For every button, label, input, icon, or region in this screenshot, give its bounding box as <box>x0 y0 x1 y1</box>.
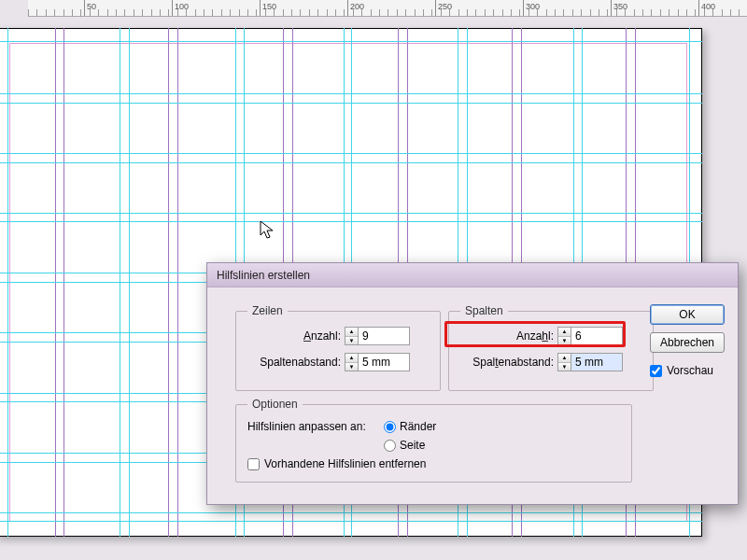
rows-gutter-spinner[interactable]: ▲▼ <box>345 353 410 371</box>
options-legend: Optionen <box>247 398 303 411</box>
create-guides-dialog: Hilfslinien erstellen Zeilen Anzahl: ▲▼ … <box>206 262 739 505</box>
canvas-area[interactable]: Hilfslinien erstellen Zeilen Anzahl: ▲▼ … <box>0 0 747 560</box>
rows-gutter-input[interactable] <box>358 353 410 371</box>
horizontal-ruler <box>28 0 747 17</box>
spin-up-icon[interactable]: ▲ <box>345 354 358 363</box>
preview-checkbox[interactable] <box>650 365 662 377</box>
rows-count-input[interactable] <box>358 327 410 345</box>
fit-guides-label: Hilfslinien anpassen an: <box>247 420 376 433</box>
columns-group: Spalten Anzahl: ▲▼ Spaltenabstand: ▲▼ <box>448 304 654 391</box>
columns-gutter-label: Spaltenabstand: <box>460 356 554 369</box>
fit-page-label: Seite <box>400 439 425 452</box>
dialog-title[interactable]: Hilfslinien erstellen <box>207 263 738 287</box>
rows-count-label: Anzahl: <box>247 329 341 343</box>
spin-down-icon[interactable]: ▼ <box>558 363 571 371</box>
annotation-highlight <box>444 321 626 347</box>
spin-down-icon[interactable]: ▼ <box>345 337 358 345</box>
rows-group: Zeilen Anzahl: ▲▼ Spaltenabstand: ▲▼ <box>235 304 441 391</box>
options-group: Optionen Hilfslinien anpassen an: Ränder… <box>235 398 632 483</box>
fit-margins-label: Ränder <box>400 420 436 433</box>
columns-gutter-spinner[interactable]: ▲▼ <box>557 353 623 371</box>
cancel-button[interactable]: Abbrechen <box>650 332 725 353</box>
remove-existing-checkbox[interactable] <box>247 458 260 470</box>
fit-margins-radio[interactable] <box>384 421 396 433</box>
remove-existing-label: Vorhandene Hilfslinien entfernen <box>264 457 426 470</box>
columns-gutter-input[interactable] <box>571 353 623 371</box>
columns-legend: Spalten <box>460 304 508 317</box>
spin-up-icon[interactable]: ▲ <box>558 354 571 363</box>
preview-label: Vorschau <box>667 364 713 377</box>
spin-up-icon[interactable]: ▲ <box>345 328 358 337</box>
fit-page-radio[interactable] <box>384 440 396 452</box>
rows-legend: Zeilen <box>247 304 288 317</box>
ok-button[interactable]: OK <box>650 304 725 325</box>
spin-down-icon[interactable]: ▼ <box>345 363 358 371</box>
rows-gutter-label: Spaltenabstand: <box>247 356 341 369</box>
rows-count-spinner[interactable]: ▲▼ <box>345 327 410 345</box>
